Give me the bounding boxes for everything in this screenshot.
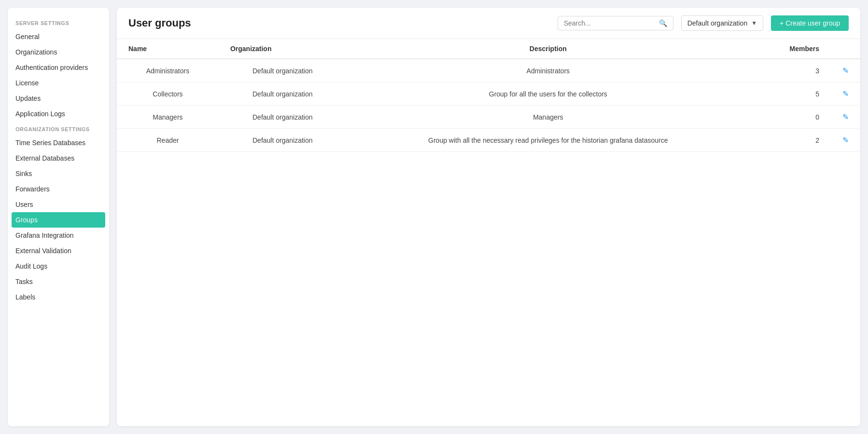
edit-icon[interactable]: ✎ <box>842 67 849 75</box>
sidebar-item-authentication-providers[interactable]: Authentication providers <box>8 60 109 75</box>
cell-edit-action[interactable]: ✎ <box>831 106 860 129</box>
create-user-group-button[interactable]: + Create user group <box>771 15 849 31</box>
chevron-down-icon: ▼ <box>751 20 757 27</box>
col-header-members: Members <box>750 39 831 59</box>
sidebar-item-sinks[interactable]: Sinks <box>8 166 109 181</box>
org-dropdown-label: Default organization <box>687 19 748 27</box>
main-content: User groups 🔍 Default organization ▼ + C… <box>117 8 860 426</box>
cell-edit-action[interactable]: ✎ <box>831 82 860 106</box>
sidebar-item-organizations[interactable]: Organizations <box>8 44 109 60</box>
organization-settings-section-label: ORGANIZATION SETTINGS <box>8 122 109 135</box>
edit-icon[interactable]: ✎ <box>842 90 849 98</box>
sidebar-item-license[interactable]: License <box>8 75 109 91</box>
sidebar-item-grafana-integration[interactable]: Grafana Integration <box>8 228 109 243</box>
sidebar-item-application-logs[interactable]: Application Logs <box>8 106 109 122</box>
sidebar-item-audit-logs[interactable]: Audit Logs <box>8 258 109 274</box>
table-row: CollectorsDefault organizationGroup for … <box>117 82 860 106</box>
sidebar-item-labels[interactable]: Labels <box>8 289 109 305</box>
cell-description: Group for all the users for the collecto… <box>347 82 750 106</box>
sidebar-item-updates[interactable]: Updates <box>8 91 109 106</box>
edit-icon[interactable]: ✎ <box>842 113 849 121</box>
cell-name: Collectors <box>117 82 219 106</box>
user-groups-table-container: NameOrganizationDescriptionMembers Admin… <box>117 39 860 426</box>
sidebar-item-tasks[interactable]: Tasks <box>8 274 109 289</box>
cell-name: Reader <box>117 129 219 152</box>
col-header-actions <box>831 39 860 59</box>
edit-icon[interactable]: ✎ <box>842 136 849 144</box>
page-title: User groups <box>128 17 191 29</box>
cell-organization: Default organization <box>219 82 347 106</box>
sidebar: SERVER SETTINGS GeneralOrganizationsAuth… <box>8 8 109 426</box>
cell-description: Managers <box>347 106 750 129</box>
cell-members: 2 <box>750 129 831 152</box>
search-input[interactable] <box>564 19 656 27</box>
table-row: ManagersDefault organizationManagers0✎ <box>117 106 860 129</box>
cell-name: Administrators <box>117 59 219 82</box>
cell-edit-action[interactable]: ✎ <box>831 129 860 152</box>
sidebar-item-time-series-databases[interactable]: Time Series Databases <box>8 135 109 150</box>
table-row: AdministratorsDefault organizationAdmini… <box>117 59 860 82</box>
cell-description: Group with all the necessary read privil… <box>347 129 750 152</box>
cell-edit-action[interactable]: ✎ <box>831 59 860 82</box>
cell-organization: Default organization <box>219 129 347 152</box>
cell-organization: Default organization <box>219 59 347 82</box>
sidebar-item-external-validation[interactable]: External Validation <box>8 243 109 258</box>
cell-members: 3 <box>750 59 831 82</box>
cell-name: Managers <box>117 106 219 129</box>
sidebar-item-users[interactable]: Users <box>8 197 109 212</box>
cell-members: 0 <box>750 106 831 129</box>
cell-members: 5 <box>750 82 831 106</box>
sidebar-item-forwarders[interactable]: Forwarders <box>8 181 109 197</box>
server-settings-section-label: SERVER SETTINGS <box>8 15 109 29</box>
col-header-name: Name <box>117 39 219 59</box>
col-header-description: Description <box>347 39 750 59</box>
col-header-organization: Organization <box>219 39 347 59</box>
sidebar-item-general[interactable]: General <box>8 29 109 44</box>
sidebar-item-external-databases[interactable]: External Databases <box>8 150 109 166</box>
search-icon: 🔍 <box>659 19 667 27</box>
sidebar-item-groups[interactable]: Groups <box>12 212 105 228</box>
cell-organization: Default organization <box>219 106 347 129</box>
org-dropdown[interactable]: Default organization ▼ <box>681 15 763 31</box>
table-row: ReaderDefault organizationGroup with all… <box>117 129 860 152</box>
user-groups-table: NameOrganizationDescriptionMembers Admin… <box>117 39 860 152</box>
search-box[interactable]: 🔍 <box>558 16 673 30</box>
main-header: User groups 🔍 Default organization ▼ + C… <box>117 8 860 39</box>
cell-description: Administrators <box>347 59 750 82</box>
